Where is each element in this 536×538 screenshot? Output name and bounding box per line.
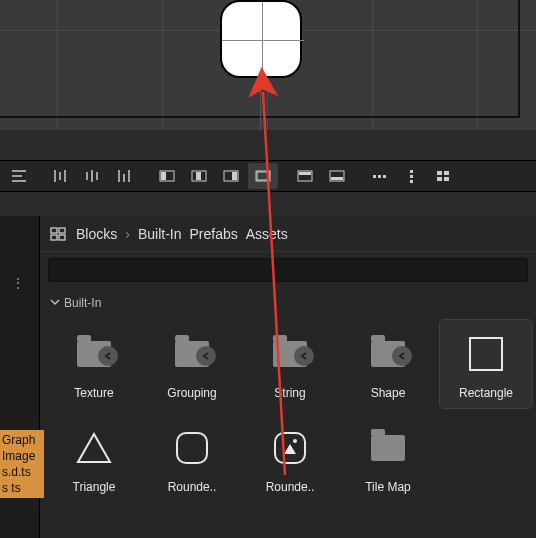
svg-rect-23 — [331, 177, 343, 180]
asset-tile-rounded-rect-image[interactable]: Rounde.. — [244, 414, 336, 502]
align-row-top-icon[interactable] — [290, 163, 320, 189]
svg-rect-28 — [410, 175, 413, 178]
align-box-left-icon[interactable] — [152, 163, 182, 189]
svg-rect-17 — [232, 172, 237, 180]
svg-rect-35 — [59, 228, 65, 233]
section-header[interactable]: Built-In — [40, 292, 536, 316]
canvas-viewport[interactable] — [0, 0, 536, 130]
svg-rect-40 — [177, 433, 207, 463]
back-arrow-icon — [98, 346, 118, 366]
asset-tile-folder[interactable]: Grouping — [146, 320, 238, 408]
svg-rect-24 — [373, 175, 376, 178]
svg-rect-32 — [437, 177, 442, 181]
file-line: Graph — [2, 432, 42, 448]
file-line: s.d.ts — [2, 464, 42, 480]
asset-tile-folder[interactable]: Tile Map — [342, 414, 434, 502]
spacer — [0, 130, 536, 160]
svg-rect-15 — [196, 172, 201, 180]
assets-panel: Blocks › Built-In Prefabs Assets Built-I… — [40, 216, 536, 538]
tile-label: Tile Map — [365, 480, 411, 494]
tile-label: String — [274, 386, 305, 400]
tile-label: Grouping — [167, 386, 216, 400]
back-arrow-icon — [196, 346, 216, 366]
svg-rect-25 — [378, 175, 381, 178]
folder-icon — [371, 435, 405, 461]
alignment-toolbar — [0, 160, 536, 192]
distribute-h-right-icon[interactable] — [110, 163, 140, 189]
breadcrumb-seg[interactable]: Assets — [246, 226, 288, 242]
svg-rect-13 — [161, 172, 166, 180]
asset-tile-rectangle[interactable]: Rectangle — [440, 320, 532, 408]
align-box-right-icon[interactable] — [216, 163, 246, 189]
svg-rect-21 — [299, 172, 311, 175]
tile-label: Shape — [371, 386, 406, 400]
rounded-rect-instance[interactable] — [220, 0, 302, 78]
svg-rect-34 — [51, 228, 57, 233]
rounded-rect-image-icon — [268, 426, 312, 470]
distribute-h-left-icon[interactable] — [46, 163, 76, 189]
spacer — [0, 192, 536, 216]
grid-icon[interactable] — [428, 163, 458, 189]
asset-tile-rounded-rect[interactable]: Rounde.. — [146, 414, 238, 502]
breadcrumb-seg[interactable]: Built-In — [138, 226, 182, 242]
file-line: s ts — [2, 480, 42, 496]
tile-label: Rectangle — [459, 386, 513, 400]
triangle-icon — [72, 426, 116, 470]
breadcrumb-root[interactable]: Blocks — [76, 226, 117, 242]
svg-rect-26 — [383, 175, 386, 178]
svg-point-43 — [293, 439, 297, 443]
asset-tile-folder[interactable]: String — [244, 320, 336, 408]
chevron-down-icon — [50, 296, 60, 310]
tile-label: Rounde.. — [168, 480, 217, 494]
svg-rect-37 — [59, 235, 65, 240]
search-input[interactable] — [48, 258, 528, 282]
more-v-icon[interactable]: ⋮ — [12, 276, 26, 290]
rectangle-icon — [464, 332, 508, 376]
more-h-icon[interactable] — [364, 163, 394, 189]
svg-marker-42 — [284, 444, 296, 454]
shape-guide-v — [262, 2, 263, 80]
section-title: Built-In — [64, 296, 101, 310]
svg-rect-29 — [410, 180, 413, 183]
blocks-icon — [50, 227, 68, 241]
file-list-fragment: Graph Image s.d.ts s ts — [0, 430, 44, 498]
align-box-center-icon[interactable] — [184, 163, 214, 189]
rounded-rect-icon — [170, 426, 214, 470]
asset-tile-triangle[interactable]: Triangle — [48, 414, 140, 502]
more-v-icon[interactable] — [396, 163, 426, 189]
svg-rect-31 — [444, 171, 449, 175]
svg-rect-36 — [51, 235, 57, 240]
tile-label: Texture — [74, 386, 113, 400]
svg-rect-27 — [410, 170, 413, 173]
asset-grid: Texture Grouping String Shape — [40, 316, 536, 510]
distribute-h-center-icon[interactable] — [78, 163, 108, 189]
file-line: Image — [2, 448, 42, 464]
breadcrumb: Blocks › Built-In Prefabs Assets — [40, 216, 536, 252]
chevron-right-icon: › — [125, 226, 130, 242]
tile-label: Triangle — [73, 480, 116, 494]
svg-marker-39 — [78, 434, 110, 462]
asset-tile-folder[interactable]: Shape — [342, 320, 434, 408]
align-box-stretch-icon[interactable] — [248, 163, 278, 189]
svg-rect-38 — [470, 338, 502, 370]
back-arrow-icon — [294, 346, 314, 366]
svg-rect-19 — [257, 172, 269, 180]
align-lines-icon[interactable] — [4, 163, 34, 189]
svg-rect-30 — [437, 171, 442, 175]
tile-label: Rounde.. — [266, 480, 315, 494]
svg-rect-33 — [444, 177, 449, 181]
shape-guide-h — [222, 40, 304, 41]
breadcrumb-seg[interactable]: Prefabs — [189, 226, 237, 242]
asset-tile-folder[interactable]: Texture — [48, 320, 140, 408]
align-row-bottom-icon[interactable] — [322, 163, 352, 189]
back-arrow-icon — [392, 346, 412, 366]
